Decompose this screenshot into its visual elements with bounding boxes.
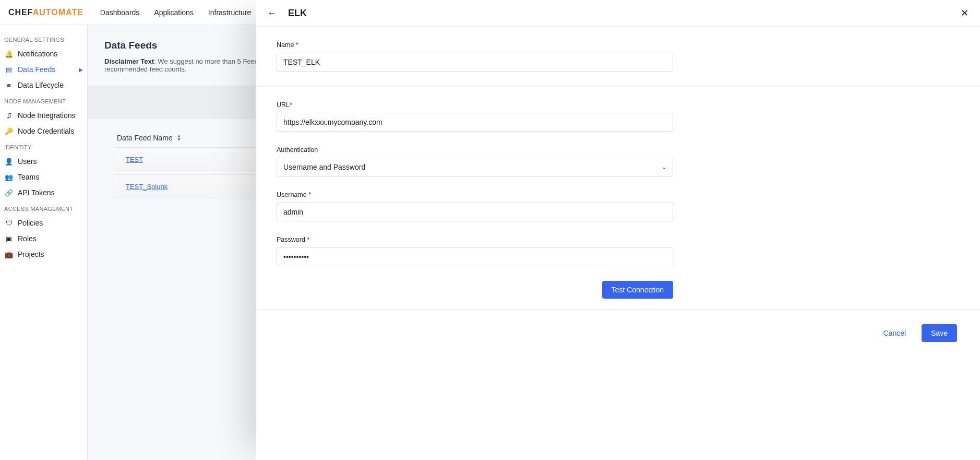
sidebar-item-label: Data Feeds [18,65,55,74]
sidebar-item-label: Notifications [18,50,57,58]
panel-title: ELK [288,8,307,19]
sidebar-item-label: API Tokens [18,188,55,197]
sidebar-item-projects[interactable]: 💼 Projects [0,246,87,262]
sidebar-item-label: Data Lifecycle [18,81,64,89]
key-icon: 🔑 [4,127,14,135]
token-icon: 🔗 [4,189,14,197]
sidebar-item-roles[interactable]: ▣ Roles [0,231,87,246]
close-icon[interactable]: ✕ [961,7,969,19]
feed-link[interactable]: TEST_Splunk [126,183,168,191]
sidebar-item-label: Roles [18,234,37,243]
team-icon: 👥 [4,173,14,181]
sidebar-item-notifications[interactable]: 🔔 Notifications [0,46,87,62]
sidebar-section-general: GENERAL SETTINGS [0,31,87,46]
sidebar-item-label: Node Integrations [18,111,76,120]
label-username: Username * [277,191,673,198]
label-url: URL* [277,101,673,109]
feed-link[interactable]: TEST [126,156,143,163]
sidebar-item-label: Users [18,157,37,166]
test-connection-button[interactable]: Test Connection [602,281,673,299]
sidebar-item-label: Projects [18,250,44,258]
sidebar-item-node-credentials[interactable]: 🔑 Node Credentials [0,123,87,139]
sidebar-section-access: ACCESS MANAGEMENT [0,200,87,215]
sidebar-item-data-feeds[interactable]: ▤ Data Feeds ▶ [0,62,87,77]
nav-infrastructure[interactable]: Infrastructure [208,8,251,17]
panel-header: ← ELK ✕ [256,0,980,27]
username-field[interactable] [277,203,673,221]
divider [256,309,980,310]
roles-icon: ▣ [4,235,14,243]
sort-icon: ▲▼ [177,134,182,141]
sidebar-item-policies[interactable]: 🛡 Policies [0,215,87,231]
sidebar-item-teams[interactable]: 👥 Teams [0,169,87,185]
slideover-panel: ← ELK ✕ Name * URL* Authentication ⌄ [256,0,980,460]
feed-icon: ▤ [4,66,14,74]
nav-dashboards[interactable]: Dashboards [100,8,140,17]
sidebar-item-label: Teams [18,173,39,181]
shield-icon: 🛡 [4,219,14,227]
lifecycle-icon: ≡ [4,81,14,89]
disclaimer-bold: Disclaimer Text [104,57,154,65]
sidebar-section-node-mgmt: NODE MANAGEMENT [0,93,87,108]
sidebar-item-label: Policies [18,219,43,227]
back-button[interactable]: ← [267,8,277,19]
sidebar-item-label: Node Credentials [18,127,74,135]
nav-applications[interactable]: Applications [154,8,194,17]
chevron-right-icon: ▶ [79,67,83,73]
url-field[interactable] [277,113,673,132]
sidebar-item-data-lifecycle[interactable]: ≡ Data Lifecycle [0,77,87,93]
logo: CHEFAUTOMATE [8,8,83,17]
sidebar-item-api-tokens[interactable]: 🔗 API Tokens [0,185,87,200]
auth-select[interactable] [277,158,673,176]
save-button[interactable]: Save [922,324,957,342]
password-field[interactable] [277,247,673,266]
logo-chef: CHEF [8,8,33,17]
name-field[interactable] [277,53,673,72]
bell-icon: 🔔 [4,50,14,58]
label-password: Password * [277,236,673,243]
sidebar-item-users[interactable]: 👤 Users [0,154,87,169]
panel-body: Name * URL* Authentication ⌄ Username * [256,27,980,357]
cancel-button[interactable]: Cancel [874,324,915,342]
logo-automate: AUTOMATE [33,8,83,17]
sidebar: GENERAL SETTINGS 🔔 Notifications ▤ Data … [0,25,88,460]
column-header-name: Data Feed Name [117,134,173,142]
sidebar-item-node-integrations[interactable]: ⇵ Node Integrations [0,108,87,123]
briefcase-icon: 💼 [4,251,14,258]
user-icon: 👤 [4,158,14,166]
divider [256,86,980,87]
integrations-icon: ⇵ [4,112,14,120]
sidebar-section-identity: IDENTITY [0,139,87,154]
label-auth: Authentication [277,146,673,154]
label-name: Name * [277,41,673,49]
